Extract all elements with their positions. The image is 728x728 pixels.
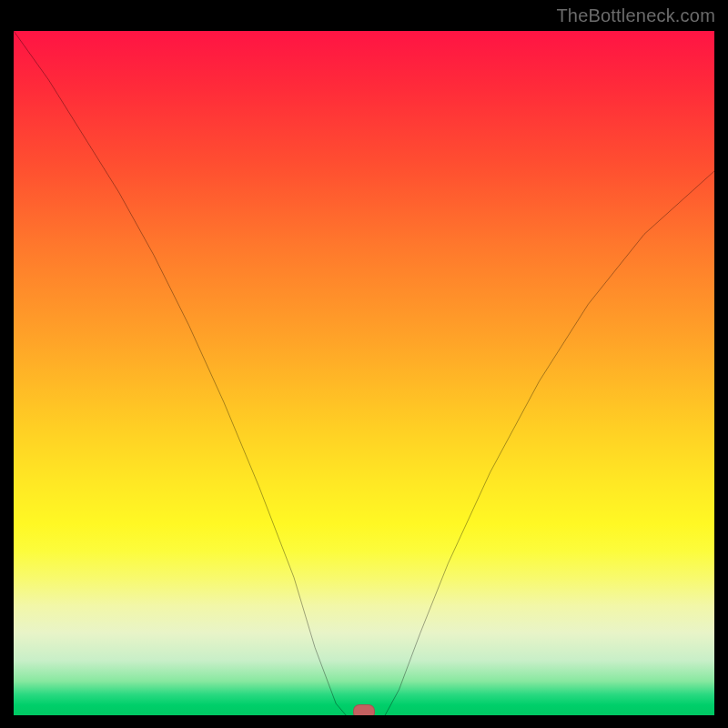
chart-frame: TheBottleneck.com bbox=[0, 0, 728, 728]
watermark-text: TheBottleneck.com bbox=[556, 5, 715, 26]
bottleneck-curve bbox=[14, 31, 714, 715]
optimal-marker bbox=[353, 704, 375, 715]
plot-area bbox=[14, 31, 714, 715]
